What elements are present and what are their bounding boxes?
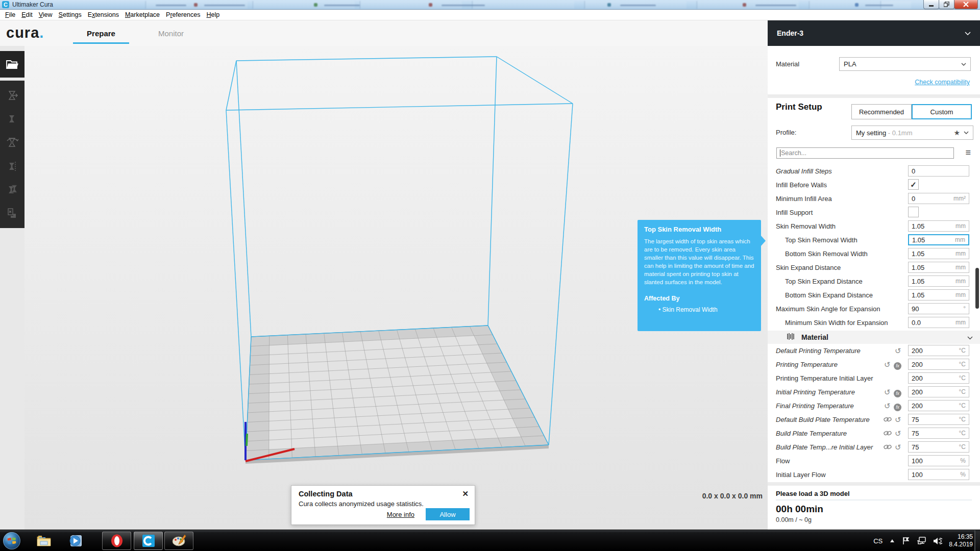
setting-value-input[interactable]: 1.05mm	[908, 220, 969, 232]
setting-unit: mm	[955, 278, 966, 285]
fx-icon[interactable]: fx	[894, 360, 901, 370]
scale-tool-icon	[5, 111, 20, 127]
setting-value-input[interactable]: 0.0mm	[908, 317, 969, 328]
setting-value-input[interactable]: 75°C	[908, 441, 969, 453]
revert-icon[interactable]: ↺	[895, 443, 901, 452]
setting-checkbox[interactable]: ✓	[908, 179, 919, 190]
setting-value: 1.05	[912, 291, 924, 299]
revert-icon[interactable]: ↺	[895, 346, 901, 356]
language-indicator[interactable]: CS	[873, 537, 883, 545]
setting-value: 75	[912, 430, 919, 437]
setting-label: Top Skin Removal Width	[785, 236, 857, 244]
taskbar-cura-button[interactable]	[134, 532, 163, 550]
setting-unit: mm²	[953, 195, 966, 202]
menu-settings[interactable]: Settings	[56, 10, 85, 19]
menu-extensions[interactable]: Extensions	[85, 10, 122, 19]
fx-icon[interactable]: fx	[894, 402, 901, 411]
setting-value-input[interactable]: 75°C	[908, 428, 969, 439]
setting-row: Bottom Skin Removal Width1.05mm	[768, 247, 980, 261]
setting-value-input[interactable]: 0	[908, 165, 969, 177]
link-icon[interactable]	[884, 429, 892, 438]
fx-icon[interactable]: fx	[894, 388, 901, 397]
material-usage-estimate: 0.00m / ~ 0g	[776, 516, 812, 523]
setting-value-input[interactable]: 200°C	[908, 386, 969, 397]
restore-button[interactable]	[939, 0, 954, 9]
menu-edit[interactable]: Edit	[18, 10, 36, 19]
setting-value-input[interactable]: 90°	[908, 303, 969, 314]
setting-value-input[interactable]: 200°C	[908, 372, 969, 384]
taskbar-opera-button[interactable]	[102, 532, 131, 550]
revert-icon[interactable]: ↺	[884, 360, 891, 369]
setting-label: Infill Support	[776, 209, 813, 216]
setting-value: 75	[912, 416, 919, 423]
check-compatibility-link[interactable]: Check compatibility	[915, 79, 970, 86]
profile-dropdown[interactable]: My setting - 0.1mm ★	[851, 126, 973, 140]
material-label: Material	[776, 60, 799, 68]
tooltip-affected-by-title: Affected By	[644, 295, 754, 302]
setting-value-input[interactable]: 1.05mm	[908, 262, 969, 273]
open-file-button[interactable]	[0, 51, 24, 78]
dialog-close-icon[interactable]: ✕	[462, 489, 469, 498]
more-info-link[interactable]: More info	[387, 511, 414, 518]
setting-value: 200	[912, 374, 923, 382]
network-icon[interactable]	[917, 537, 926, 545]
tray-expand-arrow-icon[interactable]	[889, 539, 895, 543]
allow-button[interactable]: Allow	[426, 508, 470, 520]
taskbar-paint-button[interactable]	[164, 532, 193, 550]
menu-view[interactable]: View	[36, 10, 56, 19]
taskbar-start-button[interactable]	[3, 532, 20, 549]
setting-value: 0	[912, 167, 915, 175]
setting-value-input[interactable]: 1.05mm	[908, 276, 969, 287]
search-input[interactable]: Search...	[776, 147, 954, 159]
custom-mode-button[interactable]: Custom	[912, 104, 972, 119]
minimize-button[interactable]	[923, 0, 939, 9]
volume-icon[interactable]	[933, 537, 942, 545]
taskbar-clock[interactable]: 16:35 8.4.2019	[949, 533, 973, 548]
menu-marketplace[interactable]: Marketplace	[122, 10, 163, 19]
revert-icon[interactable]: ↺	[895, 415, 901, 424]
action-center-flag-icon[interactable]	[902, 537, 910, 545]
show-desktop-button[interactable]	[974, 530, 980, 551]
setting-value-input[interactable]: 200°C	[908, 400, 969, 411]
recommended-mode-button[interactable]: Recommended	[851, 104, 912, 119]
menu-file[interactable]: File	[2, 10, 18, 19]
print-setup-mode-switch: Recommended Custom	[851, 104, 972, 119]
taskbar-windows-explorer-button[interactable]	[35, 532, 53, 549]
setting-value-input[interactable]: 1.05mm	[908, 248, 969, 259]
setting-value-input[interactable]: 200°C	[908, 345, 969, 356]
setting-value: 100	[912, 457, 923, 465]
tab-prepare[interactable]: Prepare	[73, 20, 129, 46]
revert-icon[interactable]: ↺	[884, 388, 891, 397]
setting-value-input[interactable]: 100%	[908, 469, 969, 480]
setting-value-input[interactable]: 100%	[908, 455, 969, 466]
menu-help[interactable]: Help	[203, 10, 223, 19]
setting-value-input[interactable]: 1.05mm	[908, 234, 969, 245]
link-icon[interactable]	[884, 443, 892, 452]
close-button[interactable]	[954, 0, 978, 9]
setting-value-input[interactable]: 75°C	[908, 414, 969, 425]
setting-value: 100	[912, 471, 923, 479]
panel-scrollbar[interactable]	[975, 268, 979, 309]
setting-row: Bottom Skin Expand Distance1.05mm	[768, 288, 980, 302]
material-category-header[interactable]: Material	[768, 331, 980, 344]
taskbar-windows-media-player-button[interactable]	[66, 532, 85, 549]
setting-value-input[interactable]: 0mm²	[908, 193, 969, 204]
material-dropdown[interactable]: PLA	[839, 57, 971, 71]
menu-preferences[interactable]: Preferences	[163, 10, 203, 19]
setting-row: Final Printing Temperaturefx↺200°C	[768, 399, 980, 413]
setting-row: Flow100%	[768, 454, 980, 468]
tab-monitor[interactable]: Monitor	[148, 20, 194, 46]
revert-icon[interactable]: ↺	[895, 429, 901, 438]
setting-value-input[interactable]: 200°C	[908, 359, 969, 370]
settings-filter-menu-icon[interactable]: ≡	[965, 147, 971, 158]
setting-value-input[interactable]: 1.05mm	[908, 289, 969, 300]
setting-unit: mm	[955, 236, 965, 243]
link-icon[interactable]	[884, 415, 892, 424]
setting-row: Printing Temperaturefx↺200°C	[768, 358, 980, 371]
setting-row: Minimum Infill Area0mm²	[768, 192, 980, 206]
revert-icon[interactable]: ↺	[884, 402, 891, 411]
windows-taskbar: CS 16:35 8.4.2019	[0, 530, 980, 551]
setting-checkbox[interactable]	[908, 207, 919, 217]
machine-selector[interactable]: Ender-3	[768, 20, 980, 46]
setting-unit: °C	[959, 430, 966, 437]
